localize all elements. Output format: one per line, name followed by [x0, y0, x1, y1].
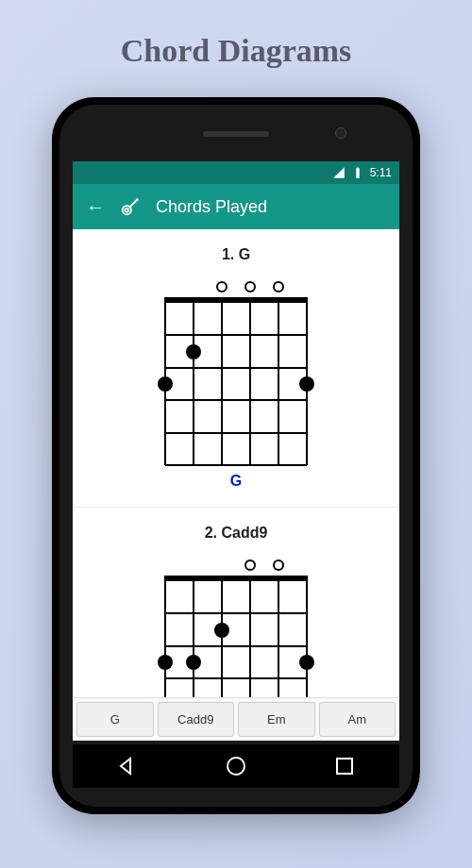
fret-line	[165, 612, 307, 614]
string-line	[249, 297, 251, 465]
chord-section: 2. Cadd9	[73, 508, 399, 697]
phone-camera	[335, 127, 346, 139]
open-string-marker	[216, 281, 228, 292]
back-button[interactable]: ←	[86, 196, 105, 218]
chord-diagram	[165, 278, 307, 465]
fret-line	[165, 464, 307, 466]
phone-frame: 5:11 ← Chords Played 1. GG2. Cadd9 GCadd…	[52, 97, 420, 814]
chord-tab-button[interactable]: Cadd9	[158, 702, 235, 737]
nut	[165, 297, 307, 303]
finger-dot	[186, 655, 201, 670]
finger-dot	[299, 376, 314, 392]
string-line	[278, 297, 279, 465]
nav-recent-button[interactable]	[333, 755, 356, 777]
open-string-marker	[273, 281, 284, 292]
chord-tab-bar: GCadd9EmAm	[73, 697, 399, 741]
chord-title: 2. Cadd9	[205, 525, 268, 542]
finger-dot	[214, 623, 229, 638]
svg-point-1	[126, 209, 129, 212]
phone-bezel: 5:11 ← Chords Played 1. GG2. Cadd9 GCadd…	[59, 105, 413, 807]
chord-tab-button[interactable]: G	[76, 702, 154, 737]
open-string-row	[165, 278, 307, 297]
string-line	[193, 297, 194, 465]
svg-point-0	[123, 206, 131, 214]
chord-tab-button[interactable]: Em	[238, 702, 315, 737]
svg-point-4	[228, 758, 244, 775]
fretboard	[165, 297, 307, 465]
fret-line	[165, 677, 307, 679]
signal-icon	[332, 166, 346, 179]
finger-dot	[158, 655, 173, 670]
screen: 5:11 ← Chords Played 1. GG2. Cadd9 GCadd…	[73, 161, 399, 741]
app-title: Chords Played	[156, 197, 267, 217]
svg-line-3	[136, 199, 138, 201]
nav-home-button[interactable]	[225, 755, 247, 777]
battery-icon	[351, 166, 364, 179]
fret-line	[165, 645, 307, 647]
open-string-marker	[273, 559, 284, 571]
guitar-icon	[120, 196, 141, 217]
nut	[165, 576, 307, 581]
status-bar: 5:11	[73, 161, 399, 184]
status-time: 5:11	[370, 166, 392, 179]
chord-label: G	[230, 473, 242, 490]
chord-tab-button[interactable]: Am	[319, 702, 396, 737]
fret-line	[165, 334, 307, 336]
open-string-marker	[244, 559, 256, 571]
content-area[interactable]: 1. GG2. Cadd9	[73, 229, 399, 697]
finger-dot	[299, 655, 314, 670]
svg-rect-5	[337, 759, 352, 774]
chord-diagram	[165, 557, 307, 697]
finger-dot	[158, 376, 173, 392]
chord-section: 1. GG	[73, 229, 399, 508]
phone-speaker	[203, 131, 269, 137]
fret-line	[165, 432, 307, 434]
fretboard	[165, 576, 307, 697]
chord-title: 1. G	[222, 246, 250, 263]
nav-back-button[interactable]	[116, 755, 139, 777]
finger-dot	[186, 344, 201, 359]
string-line	[221, 297, 223, 465]
fret-line	[165, 367, 307, 369]
open-string-marker	[244, 281, 256, 292]
open-string-row	[165, 557, 307, 576]
page-title: Chord Diagrams	[121, 33, 352, 69]
app-bar: ← Chords Played	[73, 184, 399, 229]
android-nav-bar	[73, 744, 399, 788]
fret-line	[165, 399, 307, 401]
